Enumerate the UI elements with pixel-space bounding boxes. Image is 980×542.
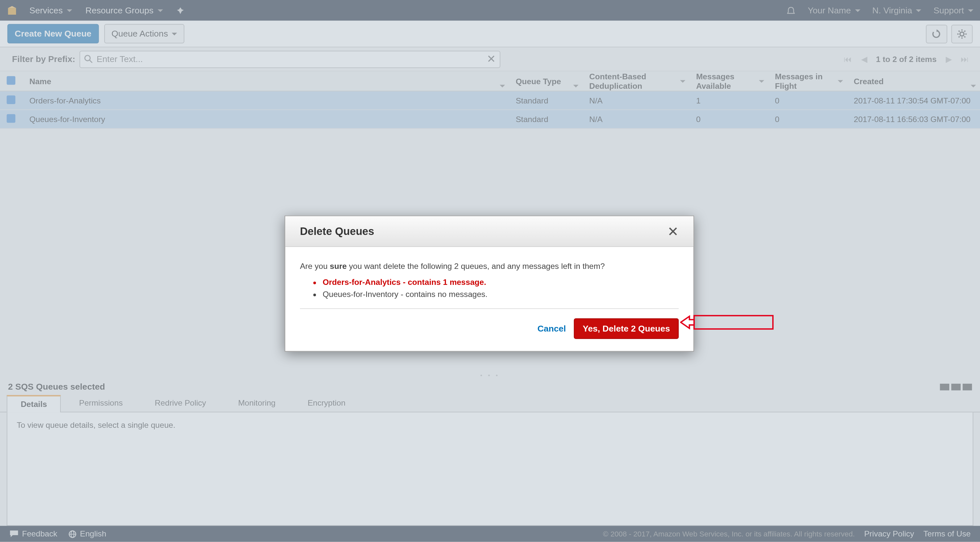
modal-close-button[interactable]: ✕ bbox=[667, 223, 679, 239]
modal-body: Are you sure you want delete the followi… bbox=[285, 247, 693, 299]
modal-queue-item-warning: Orders-for-Analytics - contains 1 messag… bbox=[323, 278, 679, 287]
modal-prompt: Are you sure you want delete the followi… bbox=[300, 262, 679, 271]
modal-footer: Cancel Yes, Delete 2 Queues bbox=[300, 308, 679, 351]
cancel-button[interactable]: Cancel bbox=[538, 324, 566, 334]
annotation-highlight-box bbox=[694, 315, 773, 330]
svg-marker-17 bbox=[681, 316, 695, 328]
modal-queue-item: Queues-for-Inventory - contains no messa… bbox=[323, 290, 679, 299]
delete-queues-modal: Delete Queues ✕ Are you sure you want de… bbox=[285, 216, 694, 352]
modal-header: Delete Queues ✕ bbox=[285, 216, 693, 247]
confirm-delete-button[interactable]: Yes, Delete 2 Queues bbox=[574, 318, 679, 339]
modal-title: Delete Queues bbox=[300, 225, 374, 237]
annotation-arrow-icon bbox=[680, 315, 695, 330]
